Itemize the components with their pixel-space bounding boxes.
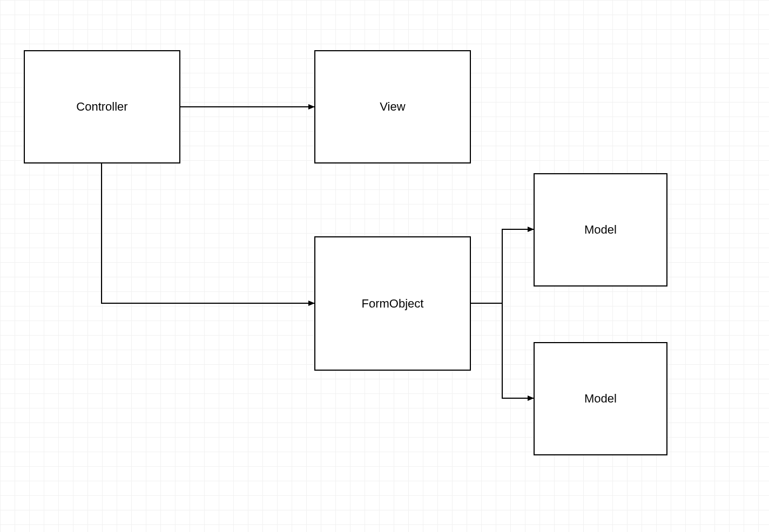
- model-box-2[interactable]: Model: [534, 342, 667, 455]
- edge-formObject-to-model1: [471, 229, 534, 303]
- edge-formObject-to-model2: [471, 303, 534, 398]
- model-label-2: Model: [584, 392, 617, 406]
- controller-box[interactable]: Controller: [24, 50, 180, 163]
- diagram-canvas: Controller View FormObject Model Model: [0, 0, 769, 532]
- model-box-1[interactable]: Model: [534, 173, 667, 287]
- formobject-box[interactable]: FormObject: [314, 236, 471, 371]
- model-label-1: Model: [584, 223, 617, 237]
- edge-controller-to-formObject: [102, 163, 314, 303]
- view-label: View: [380, 100, 405, 114]
- formobject-label: FormObject: [362, 297, 424, 311]
- view-box[interactable]: View: [314, 50, 471, 163]
- controller-label: Controller: [76, 100, 127, 114]
